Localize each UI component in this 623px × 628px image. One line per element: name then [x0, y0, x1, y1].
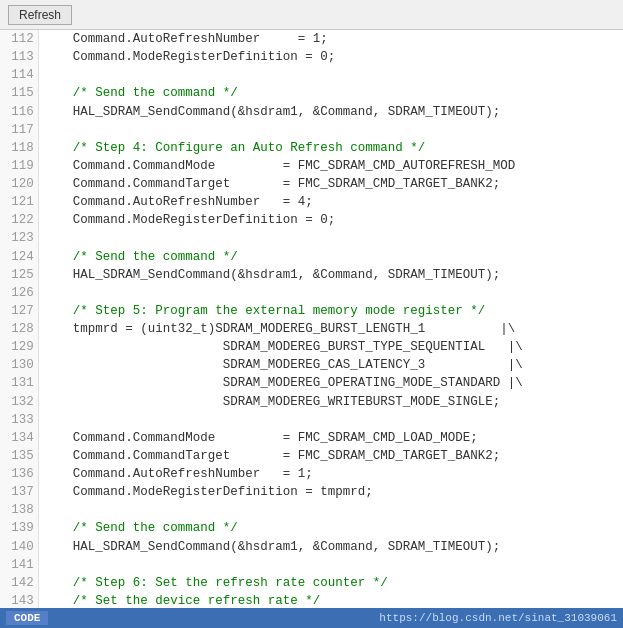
code-token: HAL_SDRAM_SendCommand(&hsdram1, &Command…	[43, 268, 501, 282]
table-row: 116 HAL_SDRAM_SendCommand(&hsdram1, &Com…	[0, 103, 623, 121]
table-row: 115 /* Send the command */	[0, 84, 623, 102]
table-row: 119 Command.CommandMode = FMC_SDRAM_CMD_…	[0, 157, 623, 175]
code-cell: Command.CommandMode = FMC_SDRAM_CMD_LOAD…	[38, 429, 623, 447]
code-cell: Command.CommandTarget = FMC_SDRAM_CMD_TA…	[38, 175, 623, 193]
code-token: HAL_SDRAM_SendCommand(&hsdram1, &Command…	[43, 540, 501, 554]
code-cell: Command.AutoRefreshNumber = 1;	[38, 465, 623, 483]
code-cell: tmpmrd = (uint32_t)SDRAM_MODEREG_BURST_L…	[38, 320, 623, 338]
table-row: 132 SDRAM_MODEREG_WRITEBURST_MODE_SINGLE…	[0, 393, 623, 411]
blog-link: https://blog.csdn.net/sinat_31039061	[379, 612, 617, 624]
line-number: 120	[0, 175, 38, 193]
code-cell	[38, 501, 623, 519]
code-container: Refresh 112 Command.AutoRefreshNumber = …	[0, 0, 623, 628]
code-cell: SDRAM_MODEREG_CAS_LATENCY_3 |\	[38, 356, 623, 374]
line-number: 132	[0, 393, 38, 411]
code-cell: HAL_SDRAM_SendCommand(&hsdram1, &Command…	[38, 538, 623, 556]
line-number: 135	[0, 447, 38, 465]
table-row: 124 /* Send the command */	[0, 248, 623, 266]
code-token: Command.ModeRegisterDefinition = 0;	[43, 213, 336, 227]
code-token: Command.ModeRegisterDefinition = 0;	[43, 50, 336, 64]
line-number: 140	[0, 538, 38, 556]
code-cell	[38, 229, 623, 247]
code-area[interactable]: 112 Command.AutoRefreshNumber = 1;113 Co…	[0, 30, 623, 608]
code-cell: Command.CommandTarget = FMC_SDRAM_CMD_TA…	[38, 447, 623, 465]
code-cell	[38, 66, 623, 84]
code-cell: Command.AutoRefreshNumber = 1;	[38, 30, 623, 48]
code-cell: Command.AutoRefreshNumber = 4;	[38, 193, 623, 211]
code-cell: /* Send the command */	[38, 248, 623, 266]
toolbar: Refresh	[0, 0, 623, 30]
code-token: /* Set the device refresh rate */	[43, 594, 321, 608]
table-row: 131 SDRAM_MODEREG_OPERATING_MODE_STANDAR…	[0, 374, 623, 392]
code-token: /* Send the command */	[43, 521, 238, 535]
table-row: 140 HAL_SDRAM_SendCommand(&hsdram1, &Com…	[0, 538, 623, 556]
code-cell: /* Set the device refresh rate */	[38, 592, 623, 608]
table-row: 121 Command.AutoRefreshNumber = 4;	[0, 193, 623, 211]
table-row: 143 /* Set the device refresh rate */	[0, 592, 623, 608]
code-token: SDRAM_MODEREG_BURST_TYPE_SEQUENTIAL |\	[43, 340, 523, 354]
table-row: 130 SDRAM_MODEREG_CAS_LATENCY_3 |\	[0, 356, 623, 374]
line-number: 133	[0, 411, 38, 429]
code-cell: /* Step 6: Set the refresh rate counter …	[38, 574, 623, 592]
line-number: 142	[0, 574, 38, 592]
table-row: 112 Command.AutoRefreshNumber = 1;	[0, 30, 623, 48]
table-row: 142 /* Step 6: Set the refresh rate coun…	[0, 574, 623, 592]
code-token: Command.AutoRefreshNumber = 1;	[43, 32, 328, 46]
code-cell	[38, 556, 623, 574]
code-cell: /* Send the command */	[38, 519, 623, 537]
code-token: SDRAM_MODEREG_WRITEBURST_MODE_SINGLE;	[43, 395, 501, 409]
line-number: 113	[0, 48, 38, 66]
code-token: SDRAM_MODEREG_OPERATING_MODE_STANDARD |\	[43, 376, 523, 390]
line-number: 121	[0, 193, 38, 211]
line-number: 119	[0, 157, 38, 175]
code-token: /* Step 5: Program the external memory m…	[43, 304, 486, 318]
code-cell: HAL_SDRAM_SendCommand(&hsdram1, &Command…	[38, 103, 623, 121]
code-token: tmpmrd = (uint32_t)SDRAM_MODEREG_BURST_L…	[43, 322, 516, 336]
code-token: /* Send the command */	[43, 86, 238, 100]
line-number: 131	[0, 374, 38, 392]
table-row: 117	[0, 121, 623, 139]
line-number: 114	[0, 66, 38, 84]
line-number: 124	[0, 248, 38, 266]
code-cell: /* Step 5: Program the external memory m…	[38, 302, 623, 320]
code-token: Command.CommandTarget = FMC_SDRAM_CMD_TA…	[43, 449, 501, 463]
table-row: 133	[0, 411, 623, 429]
table-row: 138	[0, 501, 623, 519]
line-number: 123	[0, 229, 38, 247]
code-label: CODE	[6, 611, 48, 625]
table-row: 129 SDRAM_MODEREG_BURST_TYPE_SEQUENTIAL …	[0, 338, 623, 356]
code-cell: Command.CommandMode = FMC_SDRAM_CMD_AUTO…	[38, 157, 623, 175]
table-row: 137 Command.ModeRegisterDefinition = tmp…	[0, 483, 623, 501]
table-row: 127 /* Step 5: Program the external memo…	[0, 302, 623, 320]
line-number: 128	[0, 320, 38, 338]
table-row: 139 /* Send the command */	[0, 519, 623, 537]
table-row: 114	[0, 66, 623, 84]
table-row: 141	[0, 556, 623, 574]
table-row: 136 Command.AutoRefreshNumber = 1;	[0, 465, 623, 483]
code-token: Command.CommandTarget = FMC_SDRAM_CMD_TA…	[43, 177, 501, 191]
line-number: 129	[0, 338, 38, 356]
line-number: 116	[0, 103, 38, 121]
code-token: Command.ModeRegisterDefinition = tmpmrd;	[43, 485, 373, 499]
table-row: 125 HAL_SDRAM_SendCommand(&hsdram1, &Com…	[0, 266, 623, 284]
code-token: Command.CommandMode = FMC_SDRAM_CMD_LOAD…	[43, 431, 478, 445]
table-row: 126	[0, 284, 623, 302]
table-row: 128 tmpmrd = (uint32_t)SDRAM_MODEREG_BUR…	[0, 320, 623, 338]
table-row: 120 Command.CommandTarget = FMC_SDRAM_CM…	[0, 175, 623, 193]
code-cell: SDRAM_MODEREG_WRITEBURST_MODE_SINGLE;	[38, 393, 623, 411]
line-number: 125	[0, 266, 38, 284]
table-row: 135 Command.CommandTarget = FMC_SDRAM_CM…	[0, 447, 623, 465]
code-token: HAL_SDRAM_SendCommand(&hsdram1, &Command…	[43, 105, 501, 119]
line-number: 134	[0, 429, 38, 447]
code-cell: /* Step 4: Configure an Auto Refresh com…	[38, 139, 623, 157]
code-cell: Command.ModeRegisterDefinition = 0;	[38, 48, 623, 66]
code-cell: Command.ModeRegisterDefinition = 0;	[38, 211, 623, 229]
refresh-button[interactable]: Refresh	[8, 5, 72, 25]
code-cell: SDRAM_MODEREG_OPERATING_MODE_STANDARD |\	[38, 374, 623, 392]
line-number: 137	[0, 483, 38, 501]
code-token: Command.CommandMode = FMC_SDRAM_CMD_AUTO…	[43, 159, 516, 173]
table-row: 134 Command.CommandMode = FMC_SDRAM_CMD_…	[0, 429, 623, 447]
code-token: /* Send the command */	[43, 250, 238, 264]
code-token: Command.AutoRefreshNumber = 1;	[43, 467, 313, 481]
line-number: 139	[0, 519, 38, 537]
